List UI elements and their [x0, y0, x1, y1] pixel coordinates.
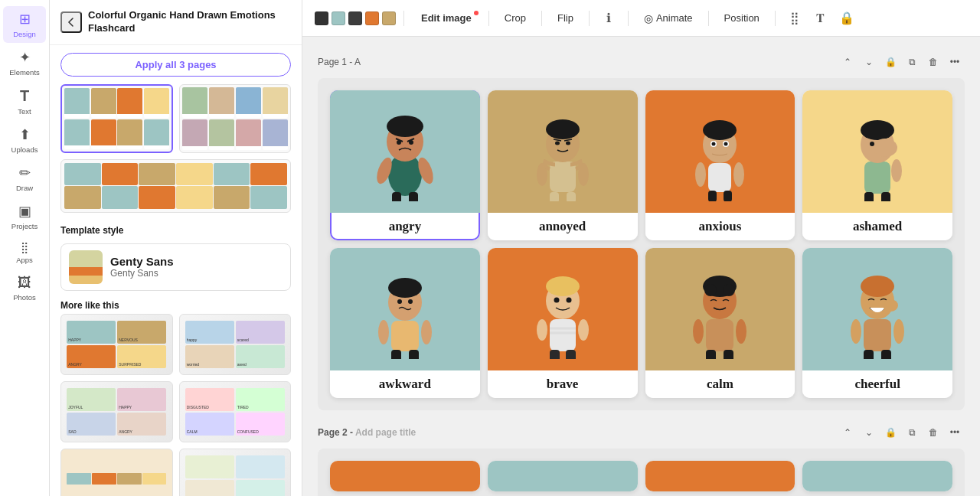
template-style-box[interactable]: Genty Sans Genty Sans — [60, 243, 291, 291]
flashcard-label-anxious: anxious — [645, 213, 795, 240]
projects-icon: ▣ — [18, 203, 31, 220]
svg-point-50 — [408, 299, 413, 304]
style-preview — [69, 250, 103, 284]
edit-image-button[interactable]: Edit image — [412, 8, 481, 28]
animate-button[interactable]: ◎ Animate — [636, 8, 701, 28]
more-item-3[interactable]: JOYFUL HAPPY SAD ANGRY — [60, 381, 173, 442]
flashcard-label-annoyed: annoyed — [488, 213, 638, 240]
nav-item-text[interactable]: T Text — [3, 83, 46, 120]
nav-label-design: Design — [13, 30, 36, 38]
flashcard-angry[interactable]: angry — [330, 90, 480, 240]
flashcard-p2-3[interactable] — [802, 461, 952, 491]
flip-button[interactable]: Flip — [550, 8, 581, 28]
flashcard-anxious[interactable]: anxious — [645, 90, 795, 240]
apply-all-button[interactable]: Apply all 3 pages — [60, 53, 291, 77]
flashcard-p2-img-1 — [488, 461, 638, 491]
sidebar-panel: Colorful Organic Hand Drawn Emotions Fla… — [50, 0, 302, 496]
nav-item-elements[interactable]: ✦ Elements — [3, 44, 46, 81]
page-duplicate[interactable]: ⧉ — [902, 52, 922, 72]
svg-rect-4 — [409, 192, 418, 201]
page-2-header: Page 2 - Add page title ⌃ ⌄ 🔒 ⧉ 🗑 ••• — [318, 423, 965, 442]
design-icon: ⊞ — [19, 11, 31, 28]
page2-lock[interactable]: 🔒 — [880, 423, 900, 442]
svg-rect-22 — [708, 163, 731, 192]
main-area: Edit image Crop Flip ℹ ◎ Animate Positio… — [302, 0, 980, 496]
flashcard-awkward[interactable]: awkward — [330, 248, 480, 398]
more-like-this-label: More like this — [50, 295, 302, 314]
canvas-area[interactable]: Page 1 - A ⌃ ⌄ 🔒 ⧉ 🗑 ••• — [302, 37, 980, 496]
text-icon: T — [20, 87, 29, 105]
svg-rect-34 — [864, 162, 890, 194]
flashcard-cheerful[interactable]: cheerful — [802, 248, 952, 398]
svg-point-28 — [703, 120, 737, 140]
text-style-button[interactable]: 𝐓 — [809, 7, 832, 30]
nav-item-draw[interactable]: ✏ Draw — [3, 160, 46, 197]
flashcard-label-ashamed: ashamed — [802, 213, 952, 240]
nav-item-apps[interactable]: ⣿ Apps — [3, 237, 46, 269]
svg-rect-55 — [566, 350, 576, 359]
svg-point-69 — [704, 284, 717, 296]
svg-point-19 — [566, 142, 570, 145]
nav-item-design[interactable]: ⊞ Design — [3, 6, 46, 43]
thumbnail-resource[interactable] — [60, 159, 291, 213]
toolbar-divider-5 — [628, 11, 629, 26]
nav-item-uploads[interactable]: ⬆ Uploads — [3, 122, 46, 158]
flashcard-p2-2[interactable] — [645, 461, 795, 491]
flashcard-p2-0[interactable] — [330, 461, 480, 491]
svg-point-52 — [537, 319, 547, 341]
page2-delete[interactable]: 🗑 — [923, 423, 943, 442]
back-button[interactable] — [60, 11, 82, 33]
flashcard-brave[interactable]: brave — [488, 248, 638, 398]
flashcard-ashamed[interactable]: ashamed — [802, 90, 952, 240]
svg-point-63 — [693, 319, 704, 344]
more-item-5[interactable] — [60, 449, 173, 496]
flashcard-annoyed[interactable]: annoyed — [488, 90, 638, 240]
crop-button[interactable]: Crop — [497, 8, 534, 28]
draw-icon: ✏ — [19, 165, 31, 181]
nav-item-photos[interactable]: 🖼 Photos — [3, 270, 46, 306]
flashcard-img-awkward — [330, 248, 480, 370]
info-button[interactable]: ℹ — [597, 7, 620, 30]
svg-point-44 — [421, 320, 432, 344]
flashcard-label-angry: angry — [330, 213, 480, 240]
page-expand-down[interactable]: ⌄ — [859, 52, 879, 72]
page2-duplicate[interactable]: ⧉ — [902, 423, 922, 442]
color-swatch-black[interactable] — [315, 11, 328, 25]
nav-label-draw: Draw — [16, 184, 33, 192]
color-swatch-teal[interactable] — [332, 11, 345, 25]
more-item-4[interactable]: DISGUSTED TIRED CALM CONFUSED — [179, 381, 292, 442]
more-item-1[interactable]: HAPPY NERVOUS ANGRY SURPRISED — [60, 314, 173, 375]
lock-button[interactable]: 🔒 — [835, 7, 858, 30]
flashcard-p2-1[interactable] — [488, 461, 638, 491]
svg-rect-62 — [706, 319, 733, 351]
grid-icon-button[interactable]: ⣿ — [783, 7, 806, 30]
page2-expand-down[interactable]: ⌄ — [859, 423, 879, 442]
page-2-canvas — [318, 449, 965, 496]
back-icon — [65, 16, 77, 28]
toolbar-divider-4 — [589, 11, 590, 26]
thumbnail-2[interactable] — [179, 84, 292, 153]
flashcard-img-annoyed — [488, 90, 638, 213]
page2-more[interactable]: ••• — [945, 423, 965, 442]
svg-rect-14 — [550, 192, 559, 201]
svg-point-33 — [712, 149, 727, 158]
position-button[interactable]: Position — [717, 8, 767, 28]
flashcard-p2-img-2 — [645, 461, 795, 491]
thumbnail-1[interactable] — [60, 84, 173, 153]
flashcard-calm[interactable]: calm — [645, 248, 795, 398]
nav-item-projects[interactable]: ▣ Projects — [3, 198, 46, 235]
more-item-6[interactable] — [179, 449, 292, 496]
page-delete[interactable]: 🗑 — [923, 52, 943, 72]
svg-point-24 — [733, 162, 744, 187]
svg-rect-74 — [864, 350, 874, 359]
page-more[interactable]: ••• — [945, 52, 965, 72]
page2-collapse-up[interactable]: ⌃ — [838, 423, 858, 442]
page-lock[interactable]: 🔒 — [880, 52, 900, 72]
svg-rect-46 — [409, 350, 419, 359]
svg-point-10 — [409, 140, 413, 145]
color-swatch-dark[interactable] — [348, 11, 362, 25]
color-swatch-tan[interactable] — [382, 11, 396, 25]
more-item-2[interactable]: happy scared worried awed — [179, 314, 292, 375]
page-collapse-up[interactable]: ⌃ — [838, 52, 858, 72]
color-swatch-orange[interactable] — [365, 11, 379, 25]
